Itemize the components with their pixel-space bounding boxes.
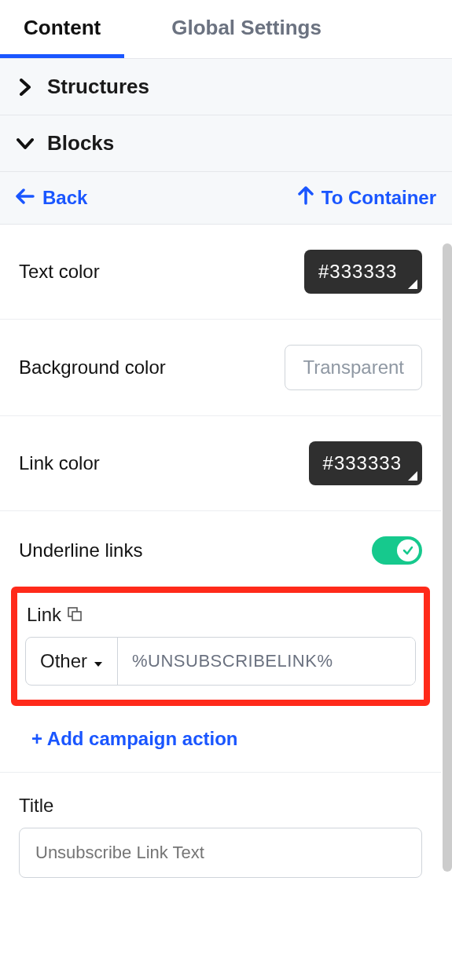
title-input[interactable]: [19, 828, 422, 878]
arrow-left-icon: [16, 187, 35, 209]
link-color-label: Link color: [19, 452, 100, 474]
add-campaign-action-button[interactable]: + Add campaign action: [0, 706, 441, 773]
underline-links-toggle[interactable]: [372, 536, 422, 565]
background-color-label: Background color: [19, 357, 166, 378]
to-container-link[interactable]: To Container: [298, 186, 436, 210]
copy-icon[interactable]: [68, 604, 82, 626]
chevron-down-icon: [16, 137, 35, 150]
link-url-input[interactable]: [118, 638, 415, 685]
tab-global-settings[interactable]: Global Settings: [148, 0, 345, 58]
text-color-label: Text color: [19, 261, 100, 283]
to-container-label: To Container: [322, 187, 436, 209]
text-color-picker[interactable]: #333333: [304, 250, 422, 294]
underline-links-label: Underline links: [19, 539, 142, 561]
title-label: Title: [19, 795, 422, 817]
back-label: Back: [42, 187, 87, 209]
background-color-picker[interactable]: Transparent: [285, 345, 422, 390]
background-color-value: Transparent: [303, 357, 404, 378]
arrow-up-icon: [298, 186, 314, 210]
link-label: Link: [27, 604, 61, 626]
scrollbar[interactable]: [443, 243, 452, 872]
toggle-knob: [397, 539, 419, 561]
link-color-picker[interactable]: #333333: [309, 441, 422, 485]
svg-rect-1: [72, 612, 81, 620]
check-icon: [402, 545, 413, 556]
section-structures-label: Structures: [47, 75, 149, 99]
dropdown-corner-icon: [408, 280, 417, 289]
dropdown-corner-icon: [408, 471, 417, 481]
tab-content[interactable]: Content: [0, 0, 124, 58]
section-blocks-label: Blocks: [47, 131, 114, 155]
back-link[interactable]: Back: [16, 186, 87, 210]
link-type-value: Other: [40, 650, 87, 672]
caret-down-icon: [94, 650, 103, 672]
chevron-right-icon: [16, 79, 35, 96]
section-structures[interactable]: Structures: [0, 59, 452, 115]
link-section-highlight: Link Other: [11, 587, 430, 706]
link-type-select[interactable]: Other: [26, 638, 118, 685]
text-color-value: #333333: [318, 261, 397, 282]
section-blocks[interactable]: Blocks: [0, 115, 452, 171]
link-color-value: #333333: [323, 452, 402, 474]
